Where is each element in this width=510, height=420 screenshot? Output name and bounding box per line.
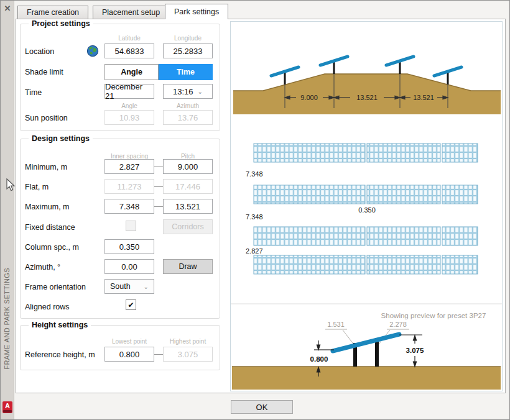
- shade-limit-angle-button[interactable]: Angle: [104, 64, 159, 80]
- location-label: Location: [25, 47, 54, 56]
- time-dropdown[interactable]: 13:16 ⌄: [163, 84, 213, 99]
- corridors-button: Corridors: [163, 219, 213, 234]
- lowest-point-header: Lowest point: [104, 338, 154, 345]
- leg-offset-2: 2.278: [389, 321, 407, 328]
- plan-column-gap: 0.350: [358, 206, 376, 214]
- plan-row-offset-3: 2.827: [246, 247, 263, 255]
- palette-title: FRAME AND PARK SETTINGS: [3, 268, 11, 370]
- dimension-pitch-2: 13.521: [356, 94, 378, 101]
- highest-point-field: 3.075: [163, 347, 213, 362]
- chevron-down-icon: ⌄: [144, 283, 149, 290]
- field-connector: [154, 186, 163, 187]
- frame-orientation-value: South: [110, 282, 131, 291]
- frame-row-side-3: [386, 57, 414, 74]
- park-preview-drawing: 9.000 13.521 13.521: [231, 22, 502, 391]
- leg-offset-1: 1.531: [327, 321, 345, 328]
- latitude-field[interactable]: 54.6833: [104, 43, 154, 58]
- field-connector: [154, 167, 163, 167]
- maximum-inner-spacing-field[interactable]: 7.348: [104, 199, 154, 214]
- azimuth-label: Azimuth, °: [25, 263, 60, 272]
- flat-label: Flat, m: [25, 183, 49, 191]
- ok-button[interactable]: OK: [231, 400, 293, 414]
- palette-title-strip: ✕ FRAME AND PARK SETTINGS A: [1, 1, 14, 419]
- field-connector: [154, 206, 163, 207]
- park-settings-page: Project settings Design settings Height …: [16, 19, 506, 393]
- frame-orientation-select[interactable]: South ⌄: [104, 279, 154, 294]
- sun-angle-field: 10.93: [104, 110, 154, 125]
- reference-height-label: Reference height, m: [25, 350, 95, 359]
- tab-park-settings[interactable]: Park settings: [165, 4, 228, 19]
- date-field[interactable]: December 21: [104, 84, 154, 99]
- minimum-inner-spacing-field[interactable]: 2.827: [104, 159, 154, 174]
- fixed-distance-label: Fixed distance: [25, 223, 75, 232]
- time-label: Time: [25, 88, 42, 97]
- sun-azimuth-field: 13.76: [163, 110, 213, 125]
- minimum-pitch-field[interactable]: 9.000: [163, 159, 213, 174]
- aligned-rows-checkbox[interactable]: ✔: [126, 299, 136, 310]
- design-settings-title: Design settings: [29, 134, 93, 143]
- column-spacing-field[interactable]: 0.350: [104, 239, 154, 254]
- longitude-header: Longitude: [163, 35, 213, 42]
- plan-row-offset-2: 7.348: [246, 213, 263, 221]
- draw-button[interactable]: Draw: [163, 259, 213, 274]
- sun-angle-header: Angle: [104, 103, 154, 109]
- frame-orientation-label: Frame orientation: [25, 283, 86, 291]
- height-settings-title: Height settings: [29, 321, 91, 329]
- plan-row-offset-1: 7.348: [246, 170, 263, 178]
- lowest-point-field[interactable]: 0.800: [104, 347, 154, 362]
- flat-inner-spacing-field: 11.273: [104, 179, 154, 194]
- sun-position-label: Sun position: [25, 114, 68, 122]
- shade-limit-time-button[interactable]: Time: [159, 64, 213, 80]
- maximum-pitch-field[interactable]: 13.521: [163, 199, 213, 214]
- dimension-pitch-1: 9.000: [300, 94, 318, 101]
- flat-pitch-field: 17.446: [163, 179, 213, 194]
- mouse-cursor: [6, 178, 16, 191]
- project-settings-title: Project settings: [29, 19, 93, 28]
- column-spacing-label: Column spc., m: [25, 243, 79, 252]
- aligned-rows-label: Aligned rows: [25, 303, 70, 311]
- app-icon-letter: A: [2, 401, 12, 410]
- frame-and-park-settings-window: ✕ FRAME AND PARK SETTINGS A Frame creati…: [0, 0, 510, 420]
- time-value: 13:16: [173, 87, 193, 96]
- latitude-header: Latitude: [104, 35, 154, 42]
- frame-row-side-2: [320, 57, 348, 74]
- longitude-field[interactable]: 25.2833: [163, 43, 213, 58]
- field-connector: [154, 354, 163, 355]
- fixed-distance-checkbox[interactable]: [126, 221, 136, 231]
- highest-point-header: Highest point: [163, 338, 213, 345]
- sun-azimuth-header: Azimuth: [163, 103, 213, 109]
- frame-preview-diagram: Showing preview for preset 3P27 1.531 2.…: [232, 312, 501, 390]
- park-preview-panel: 9.000 13.521 13.521: [230, 21, 503, 391]
- minimum-label: Minimum, m: [25, 163, 67, 171]
- autocad-app-icon: A: [2, 401, 12, 413]
- dimension-pitch-3: 13.521: [413, 94, 434, 101]
- chevron-down-icon: ⌄: [198, 88, 203, 95]
- tab-frame-creation[interactable]: Frame creation: [17, 6, 88, 19]
- maximum-label: Maximum, m: [25, 203, 70, 211]
- globe-icon[interactable]: [86, 45, 99, 57]
- terrain-section-diagram: 9.000 13.521 13.521: [233, 57, 501, 114]
- checkmark-icon: ✔: [128, 301, 134, 309]
- preset-note: Showing preview for preset 3P27: [381, 312, 486, 319]
- tab-placement-setup[interactable]: Placement setup: [93, 6, 169, 19]
- lowest-point-dimension: 0.800: [310, 355, 328, 363]
- shade-limit-label: Shade limit: [25, 68, 63, 76]
- plan-view-diagram: 7.348 0.350 7.348 2.827: [246, 144, 478, 274]
- highest-point-dimension: 3.075: [406, 347, 424, 354]
- azimuth-field[interactable]: 0.00: [104, 259, 154, 274]
- close-icon[interactable]: ✕: [3, 4, 12, 13]
